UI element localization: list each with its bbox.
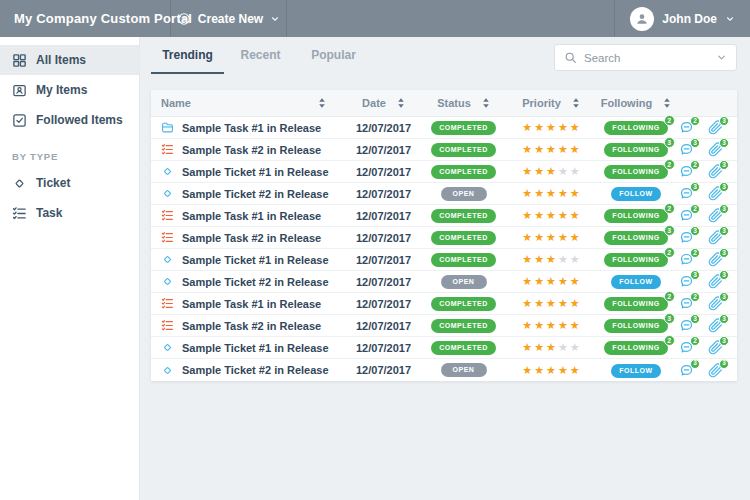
star-icon: ★	[534, 144, 544, 155]
item-name[interactable]: Sample Task #1 in Release	[182, 122, 321, 134]
table-row[interactable]: Sample Ticket #2 in Release12/07/2017OPE…	[151, 271, 737, 293]
attachments-button[interactable]: 3	[708, 164, 723, 179]
follow-cell: FOLLOWING2	[596, 208, 676, 223]
item-name[interactable]: Sample Ticket #1 in Release	[182, 342, 329, 354]
chevron-down-icon[interactable]	[716, 52, 727, 63]
search-input[interactable]	[584, 52, 709, 64]
attachments-button[interactable]: 3	[708, 318, 723, 333]
star-icon: ★	[546, 365, 556, 376]
table-row[interactable]: Sample Task #2 in Release12/07/2017COMPL…	[151, 227, 737, 249]
table-body: Sample Task #1 in Release12/07/2017COMPL…	[151, 117, 737, 381]
attachments-button[interactable]: 3	[708, 186, 723, 201]
item-name[interactable]: Sample Ticket #2 in Release	[182, 276, 329, 288]
table-row[interactable]: Sample Task #2 in Release12/07/2017COMPL…	[151, 139, 737, 161]
comments-button[interactable]: 2	[679, 252, 694, 267]
follow-button[interactable]: FOLLOWING2	[604, 164, 667, 179]
attachments-count-badge: 3	[719, 336, 729, 346]
tab-recent[interactable]: Recent	[224, 37, 297, 74]
item-name[interactable]: Sample Ticket #2 in Release	[182, 364, 329, 376]
follow-button[interactable]: FOLLOWING2	[604, 252, 667, 267]
follow-button[interactable]: FOLLOWING3	[604, 230, 667, 245]
comments-button[interactable]: 3	[679, 363, 694, 378]
search-box[interactable]	[554, 44, 737, 71]
item-name-cell: Sample Task #2 in Release	[151, 143, 346, 156]
item-name[interactable]: Sample Ticket #1 in Release	[182, 254, 329, 266]
table-row[interactable]: Sample Task #1 in Release12/07/2017COMPL…	[151, 205, 737, 227]
star-icon: ★	[522, 122, 532, 133]
item-name[interactable]: Sample Ticket #1 in Release	[182, 166, 329, 178]
item-name[interactable]: Sample Task #2 in Release	[182, 144, 321, 156]
item-name-cell: Sample Ticket #1 in Release	[151, 165, 346, 178]
attachments-button[interactable]: 3	[708, 296, 723, 311]
attachments-button[interactable]: 3	[708, 252, 723, 267]
item-name-cell: Sample Task #1 in Release	[151, 121, 346, 134]
table-row[interactable]: Sample Task #1 in Release12/07/2017COMPL…	[151, 117, 737, 139]
follow-button[interactable]: FOLLOWING2	[604, 296, 667, 311]
sort-icon[interactable]	[663, 98, 671, 108]
table-row[interactable]: Sample Ticket #1 in Release12/07/2017COM…	[151, 337, 737, 359]
user-name: John Doe	[662, 12, 717, 26]
comments-button[interactable]: 2	[679, 340, 694, 355]
sidebar-item-task[interactable]: Task	[0, 198, 139, 228]
item-name[interactable]: Sample Ticket #2 in Release	[182, 188, 329, 200]
comments-button[interactable]: 2	[679, 120, 694, 135]
attachments-count-badge: 3	[719, 270, 729, 280]
sort-icon[interactable]	[482, 98, 490, 108]
table-row[interactable]: Sample Ticket #2 in Release12/07/2017OPE…	[151, 183, 737, 205]
table-row[interactable]: Sample Ticket #1 in Release12/07/2017COM…	[151, 249, 737, 271]
status-cell: COMPLETED	[421, 209, 506, 223]
table-row[interactable]: Sample Ticket #2 in Release12/07/2017OPE…	[151, 359, 737, 381]
item-name[interactable]: Sample Task #1 in Release	[182, 210, 321, 222]
sidebar-item-ticket[interactable]: Ticket	[0, 168, 139, 198]
check-square-icon	[12, 113, 27, 128]
comments-button[interactable]: 2	[679, 296, 694, 311]
comments-count-badge: 2	[690, 160, 700, 170]
attachments-button[interactable]: 3	[708, 120, 723, 135]
sidebar-item-all-items[interactable]: All Items	[0, 45, 139, 75]
ticket-icon	[161, 341, 174, 354]
comments-button[interactable]: 3	[679, 230, 694, 245]
item-name[interactable]: Sample Task #2 in Release	[182, 320, 321, 332]
status-badge: COMPLETED	[431, 253, 495, 267]
follow-button[interactable]: FOLLOW	[611, 186, 660, 201]
comments-button[interactable]: 3	[679, 186, 694, 201]
follow-button[interactable]: FOLLOW	[611, 363, 660, 378]
attachments-button[interactable]: 3	[708, 208, 723, 223]
attachments-count-badge: 3	[719, 248, 729, 258]
comments-button[interactable]: 3	[679, 274, 694, 289]
sort-icon[interactable]	[318, 98, 326, 108]
tab-popular[interactable]: Popular	[297, 37, 370, 74]
sort-icon[interactable]	[572, 98, 580, 108]
attachments-button[interactable]: 3	[708, 142, 723, 157]
attachments-button[interactable]: 3	[708, 230, 723, 245]
item-date: 12/07/2017	[346, 298, 421, 310]
follow-button[interactable]: FOLLOWING3	[604, 318, 667, 333]
table-row[interactable]: Sample Ticket #1 in Release12/07/2017COM…	[151, 161, 737, 183]
comments-button[interactable]: 2	[679, 164, 694, 179]
item-name[interactable]: Sample Task #1 in Release	[182, 298, 321, 310]
star-icon: ★	[534, 320, 544, 331]
create-new-button[interactable]: Create New	[170, 0, 287, 37]
comments-button[interactable]: 2	[679, 208, 694, 223]
sidebar-item-followed-items[interactable]: Followed Items	[0, 105, 139, 135]
tab-trending[interactable]: Trending	[151, 37, 224, 74]
priority-rating: ★★★★★	[506, 166, 596, 177]
sort-icon[interactable]	[397, 98, 405, 108]
attachments-button[interactable]: 3	[708, 363, 723, 378]
item-name-cell: Sample Ticket #1 in Release	[151, 253, 346, 266]
tab-label: Popular	[311, 48, 356, 62]
table-row[interactable]: Sample Task #2 in Release12/07/2017COMPL…	[151, 315, 737, 337]
user-menu[interactable]: John Doe	[614, 0, 750, 37]
comments-button[interactable]: 3	[679, 142, 694, 157]
item-name[interactable]: Sample Task #2 in Release	[182, 232, 321, 244]
attachments-button[interactable]: 3	[708, 340, 723, 355]
follow-button[interactable]: FOLLOWING3	[604, 142, 667, 157]
table-row[interactable]: Sample Task #1 in Release12/07/2017COMPL…	[151, 293, 737, 315]
follow-button[interactable]: FOLLOWING2	[604, 120, 667, 135]
follow-button[interactable]: FOLLOWING2	[604, 208, 667, 223]
attachments-button[interactable]: 3	[708, 274, 723, 289]
follow-button[interactable]: FOLLOW	[611, 274, 660, 289]
sidebar-item-my-items[interactable]: My Items	[0, 75, 139, 105]
comments-button[interactable]: 3	[679, 318, 694, 333]
follow-button[interactable]: FOLLOWING2	[604, 340, 667, 355]
